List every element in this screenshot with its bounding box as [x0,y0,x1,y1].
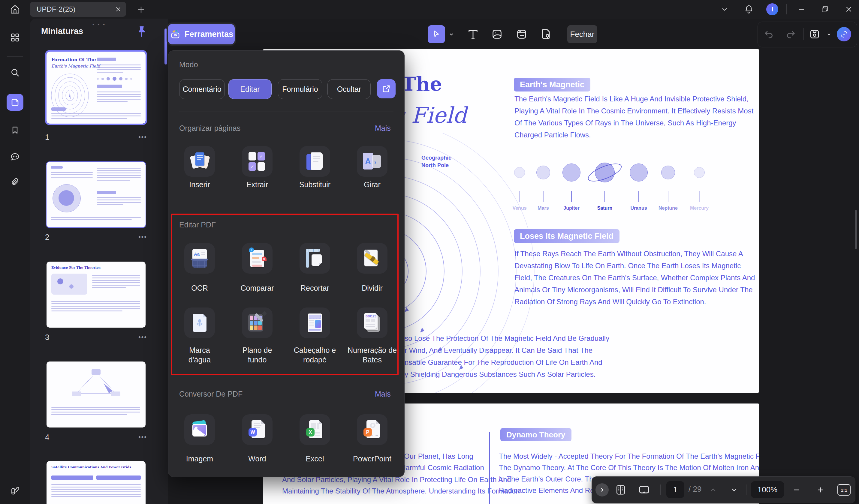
apps-grid-icon[interactable] [6,29,24,46]
select-tool-dropdown-icon[interactable] [446,26,457,42]
next-page-icon[interactable] [727,483,741,497]
organize-section-label: Organizar páginas [179,124,240,133]
thumb4-diagram [67,367,124,400]
tab-close-icon[interactable] [112,3,124,15]
thumbnails-scrollbar[interactable] [165,29,167,64]
search-icon[interactable] [6,64,24,81]
tile-inserir[interactable] [184,146,215,177]
thumb1-title-line1: Formation Of The [51,57,96,62]
toolbar-divider-1 [460,28,460,40]
thumb1-menu-icon[interactable]: ••• [138,133,147,141]
thumbnails-panel-icon[interactable] [6,94,24,111]
bookmarks-icon[interactable] [6,122,24,139]
tile-girar[interactable]: A › [357,146,388,177]
page-count-label: / 29 [689,485,702,494]
thumbnail-page-2[interactable] [46,162,146,227]
mode-expand-button[interactable] [377,79,396,98]
expand-toolbar-icon[interactable] [596,483,609,497]
ai-assistant-icon[interactable] [837,27,851,41]
zoom-out-icon[interactable] [790,483,803,497]
tile-word[interactable]: W [242,414,272,445]
thumb3-number-row: 3 ••• [45,332,147,342]
zoom-level-input[interactable]: 100% [751,481,784,498]
toolbar-divider-3 [803,28,803,40]
pin-panel-icon[interactable] [136,25,148,39]
fechar-button[interactable]: Fechar [567,25,597,43]
thumb4-number-row: 4 ••• [45,432,147,442]
popover-divider-2 [179,382,393,382]
tile-extrair[interactable]: ✓ ✓ [242,146,272,177]
mode-section-label: Modo [179,60,198,69]
badge-loses-magnetic-field: Loses Its Magnetic Field [514,229,619,243]
previous-page-icon[interactable] [707,483,720,497]
comments-icon[interactable] [6,148,24,165]
presentation-mode-icon[interactable] [637,483,651,497]
save-icon[interactable] [807,26,823,42]
actual-size-icon[interactable]: 1:1 [838,483,850,497]
add-link-icon[interactable] [514,26,529,42]
select-tool-button[interactable] [428,25,445,43]
notifications-bell-icon[interactable] [742,3,755,16]
user-avatar[interactable]: I [766,3,778,15]
close-window-icon[interactable] [842,4,855,14]
thumbnail-page-1[interactable]: Formation Of The Earth's Magnetic Field [46,51,146,124]
tile-powerpoint-label: PowerPoint [343,454,401,463]
tile-powerpoint[interactable]: P [357,414,388,445]
new-tab-icon[interactable] [136,4,147,15]
thumb1-lines2 [97,90,141,104]
redo-icon[interactable] [783,26,798,42]
planet-saturn: Saturn [590,157,619,211]
thumb4-menu-icon[interactable]: ••• [138,433,147,441]
thumb1-badge2 [97,85,122,88]
panel-drag-handle-icon[interactable]: • • • [90,21,108,28]
home-icon[interactable] [9,3,21,16]
page-layout-icon[interactable] [614,483,627,497]
tile-girar-label: Girar [343,180,401,189]
thumb1-number-row: 1 ••• [45,132,147,142]
thumbnail-page-5[interactable]: Satellite Communications And Power Grids [46,461,146,504]
restore-window-icon[interactable] [818,4,831,14]
document-scrollbar[interactable] [855,210,857,249]
document-tab[interactable]: UPDF-2(25) [30,2,126,17]
thumb2-number: 2 [45,232,49,242]
badge-dynamo-theory: Dynamo Theory [500,428,571,441]
mode-comment-button[interactable]: Comentário [179,79,225,99]
thumb1-badge [97,58,116,61]
thumb1-lines3 [51,111,141,120]
undo-icon[interactable] [761,26,777,42]
thumbnail-page-4[interactable] [46,362,146,428]
page-number-input[interactable]: 1 [666,481,684,498]
add-image-icon[interactable] [489,26,505,42]
stamp-swatches-icon[interactable] [6,482,24,499]
minimize-icon[interactable] [795,4,808,14]
organize-more-link[interactable]: Mais [375,124,391,133]
tile-imagem[interactable] [184,414,215,445]
editpdf-highlight-rectangle [171,214,398,375]
planet-mercury: Mercury [685,157,714,211]
thumb3-menu-icon[interactable]: ••• [138,333,147,341]
bottombar-divider-1 [660,485,661,495]
cursor-arrow-icon [432,30,441,39]
doc-title-fragment-1: The [402,73,442,95]
ferramentas-button[interactable]: Ferramentas [168,24,235,44]
tile-excel[interactable]: X [300,414,330,445]
mode-form-button[interactable]: Formulário [278,79,322,99]
thumb2-menu-icon[interactable]: ••• [138,233,147,241]
add-text-icon[interactable] [465,26,481,42]
tile-substituir-label: Substituir [286,180,344,189]
page-pin-icon[interactable] [539,26,554,42]
attachments-paperclip-icon[interactable] [6,173,24,190]
mode-hide-button[interactable]: Ocultar [328,79,371,99]
zoom-in-icon[interactable] [814,483,827,497]
thumbnail-page-3[interactable]: Evidence For The Theories [46,262,146,327]
titlebar-divider [786,4,787,14]
tabs-dropdown-icon[interactable] [719,4,730,14]
save-dropdown-icon[interactable] [824,26,834,42]
thumb1-lines [97,63,141,74]
planet-uranus: Uranus [624,157,653,211]
convert-more-link[interactable]: Mais [375,390,391,398]
tile-substituir[interactable] [300,146,330,177]
mode-edit-button[interactable]: Editar [228,79,272,99]
planet-neptune: Neptune [654,157,682,211]
badge-earths-magnetic: Earth's Magnetic [514,78,590,92]
